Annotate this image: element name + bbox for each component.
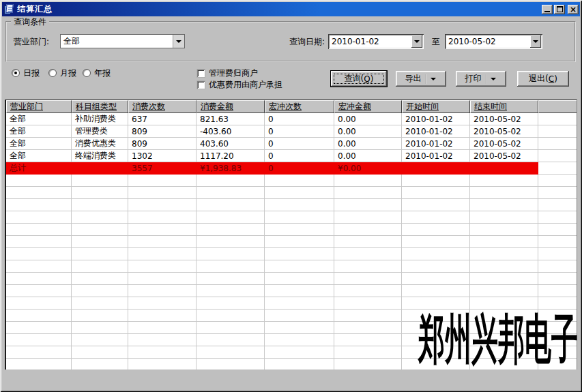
table-row[interactable] [6, 187, 577, 199]
cell [538, 113, 577, 125]
cell [72, 310, 128, 322]
table-row[interactable] [6, 175, 577, 187]
table-row[interactable] [6, 359, 577, 370]
radio-yearly-label: 年报 [94, 67, 111, 79]
table-row[interactable] [6, 224, 577, 236]
cell: 全部 [6, 113, 72, 125]
cell [128, 236, 197, 248]
table-row[interactable] [6, 248, 577, 260]
table-row[interactable] [6, 310, 577, 322]
cell: 809 [128, 138, 197, 150]
cell [6, 236, 72, 248]
checkbox-discount-by-merchant[interactable]: 优惠费用由商户承担 [197, 80, 282, 89]
export-button[interactable]: 导出 [396, 71, 446, 87]
results-table: 营业部门科目组类型消费次数消费金额宏冲次数宏冲金额开始时间结束时间 全部补助消费… [6, 100, 577, 370]
cell [538, 236, 577, 248]
total-row[interactable]: 总计3557¥1,938.830¥0.00 [6, 162, 577, 175]
table-row[interactable] [6, 211, 577, 224]
cell [197, 273, 265, 285]
cell [402, 322, 470, 334]
cell: 全部 [6, 125, 72, 138]
radio-monthly[interactable]: 月报 [48, 68, 76, 78]
dept-dropdown-button[interactable] [173, 35, 184, 48]
cell [265, 260, 334, 273]
cell: 809 [128, 125, 197, 138]
date-to-select[interactable]: 2010-05-02 [445, 34, 542, 49]
cell [6, 297, 72, 310]
cell [402, 273, 470, 285]
table-row[interactable] [6, 322, 577, 334]
dept-select[interactable]: 全部 [60, 34, 185, 48]
cell: 821.63 [197, 113, 265, 125]
window-title: 结算汇总 [17, 3, 542, 15]
table-row[interactable] [6, 285, 577, 297]
app-icon [4, 4, 15, 14]
cell [265, 211, 334, 224]
print-button-label: 打印 [465, 73, 482, 85]
table-row[interactable] [6, 273, 577, 285]
cell: 消费优惠类 [72, 138, 128, 150]
cell [538, 285, 577, 297]
table-row[interactable] [6, 297, 577, 310]
cell [402, 187, 470, 199]
column-header-4[interactable]: 宏冲次数 [265, 100, 334, 113]
column-header-1[interactable]: 科目组类型 [72, 100, 128, 113]
group-label: 查询条件 [11, 16, 49, 28]
radio-icon [12, 69, 20, 77]
table-row[interactable]: 全部管理费类809-403.6000.002010-01-022010-05-0… [6, 125, 577, 138]
query-button[interactable]: 查询(Q) [331, 71, 387, 87]
table-row[interactable]: 全部终端消费类13021117.2000.002010-01-022010-05… [6, 150, 577, 162]
table-row[interactable] [6, 199, 577, 211]
date-to-dropdown-button[interactable] [530, 35, 541, 48]
exit-button[interactable]: 退出(C) [517, 71, 569, 87]
cell: -403.60 [197, 125, 265, 138]
settlement-summary-window: 结算汇总 × 查询条件 营业部门: 全部 查询日期: 2010-01-02 至 … [0, 0, 582, 392]
cell: 全部 [6, 150, 72, 162]
cell [334, 346, 402, 359]
print-button[interactable]: 打印 [456, 71, 506, 87]
cell: 补助消费类 [72, 113, 128, 125]
cell: 0 [265, 150, 334, 162]
maximize-button[interactable] [554, 5, 565, 14]
checkbox-discount-label: 优惠费用由商户承担 [209, 79, 282, 91]
cell [128, 273, 197, 285]
date-from-select[interactable]: 2010-01-02 [328, 34, 424, 49]
date-from-dropdown-button[interactable] [411, 35, 422, 48]
column-header-2[interactable]: 消费次数 [128, 100, 197, 113]
table-row[interactable] [6, 346, 577, 359]
export-button-label: 导出 [405, 73, 422, 85]
radio-daily[interactable]: 日报 [12, 68, 40, 78]
cell [6, 273, 72, 285]
close-button[interactable]: × [568, 5, 579, 14]
cell [72, 322, 128, 334]
table-row[interactable] [6, 236, 577, 248]
column-header-0[interactable]: 营业部门 [6, 100, 72, 113]
cell [72, 236, 128, 248]
cell: 2010-05-02 [470, 125, 538, 138]
exit-button-label: 退出( [529, 73, 549, 85]
table-row[interactable] [6, 334, 577, 346]
column-header-5[interactable]: 宏冲金额 [334, 100, 402, 113]
minimize-button[interactable] [542, 5, 553, 14]
cell [128, 248, 197, 260]
export-dropdown-button[interactable] [429, 78, 437, 80]
cell [470, 236, 538, 248]
checkbox-mgmt-fee-to-merchant[interactable]: 管理费归商户 [197, 68, 258, 78]
table-row[interactable]: 全部消费优惠类809403.6000.002010-01-022010-05-0… [6, 138, 577, 150]
column-header-8[interactable] [538, 100, 577, 113]
table-row[interactable]: 全部补助消费类637821.6300.002010-01-022010-05-0… [6, 113, 577, 125]
cell [197, 175, 265, 187]
cell [538, 138, 577, 150]
cell [538, 224, 577, 236]
column-header-3[interactable]: 消费金额 [197, 100, 265, 113]
print-dropdown-button[interactable] [489, 78, 497, 80]
cell [128, 187, 197, 199]
cell [538, 162, 577, 175]
cell [470, 334, 538, 346]
cell [402, 211, 470, 224]
column-header-7[interactable]: 结束时间 [470, 100, 538, 113]
radio-yearly[interactable]: 年报 [83, 68, 111, 78]
table-row[interactable] [6, 260, 577, 273]
cell [470, 199, 538, 211]
column-header-6[interactable]: 开始时间 [402, 100, 470, 113]
